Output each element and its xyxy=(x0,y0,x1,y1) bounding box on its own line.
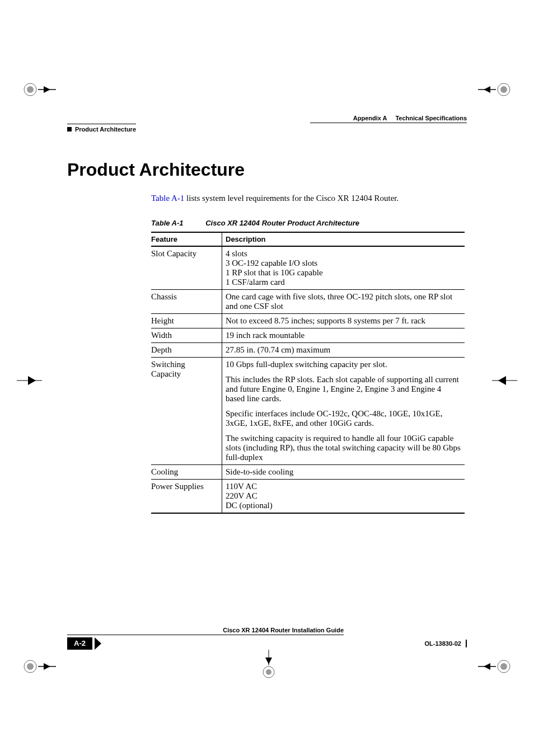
table-caption-title: Cisco XR 12404 Router Product Architectu… xyxy=(205,219,359,227)
crop-mark-icon xyxy=(478,650,512,683)
svg-marker-9 xyxy=(28,376,36,385)
svg-point-1 xyxy=(27,86,34,93)
svg-point-13 xyxy=(27,663,34,670)
crop-mark-icon xyxy=(478,73,512,106)
svg-marker-3 xyxy=(44,86,50,93)
table-row: Width19 inch rack mountable xyxy=(151,328,465,343)
cell-description: 19 inch rack mountable xyxy=(222,328,465,343)
cell-description: 10 Gbps full-duplex switching capacity p… xyxy=(222,358,465,465)
page-number-badge: A-2 xyxy=(67,637,92,650)
svg-point-21 xyxy=(266,669,271,675)
cell-feature: Cooling xyxy=(151,465,222,480)
spec-table: Feature Description Slot Capacity4 slots… xyxy=(151,232,465,514)
col-header-description: Description xyxy=(222,232,465,246)
svg-point-17 xyxy=(500,663,507,670)
cell-description: 27.85 in. (70.74 cm) maximum xyxy=(222,343,465,358)
crop-mark-icon xyxy=(489,364,523,397)
doc-id: OL-13830-02 xyxy=(425,640,461,647)
appendix-title: Technical Specifications xyxy=(395,115,467,121)
footer-guide-title: Cisco XR 12404 Router Installation Guide xyxy=(67,627,344,635)
cell-description: Not to exceed 8.75 inches; supports 8 sy… xyxy=(222,314,465,328)
crop-mark-icon xyxy=(11,364,45,397)
svg-marker-19 xyxy=(484,663,490,670)
table-row: HeightNot to exceed 8.75 inches; support… xyxy=(151,314,465,328)
cell-feature: Width xyxy=(151,328,222,343)
cell-feature: Depth xyxy=(151,343,222,358)
table-row: SwitchingCapacity10 Gbps full-duplex swi… xyxy=(151,358,465,465)
table-caption-number: Table A-1 xyxy=(151,219,184,227)
cell-feature: SwitchingCapacity xyxy=(151,358,222,465)
crop-mark-icon xyxy=(252,650,285,683)
svg-marker-23 xyxy=(265,658,272,664)
crop-mark-icon xyxy=(22,73,56,106)
running-header-right: Appendix A Technical Specifications xyxy=(310,115,467,123)
table-row: CoolingSide-to-side cooling xyxy=(151,465,465,480)
cell-description: 110V AC220V ACDC (optional) xyxy=(222,480,465,514)
cell-feature: Slot Capacity xyxy=(151,246,222,290)
table-row: Depth27.85 in. (70.74 cm) maximum xyxy=(151,343,465,358)
table-row: Slot Capacity4 slots3 OC-192 capable I/O… xyxy=(151,246,465,290)
table-xref-link[interactable]: Table A-1 xyxy=(151,194,184,203)
table-row: Power Supplies110V AC220V ACDC (optional… xyxy=(151,480,465,514)
section-marker-icon xyxy=(67,127,72,132)
intro-text-body: lists system level requirements for the … xyxy=(184,194,399,203)
running-header-left: Product Architecture xyxy=(67,124,136,133)
cell-feature: Power Supplies xyxy=(151,480,222,514)
svg-marker-15 xyxy=(44,663,50,670)
cell-feature: Height xyxy=(151,314,222,328)
appendix-label: Appendix A xyxy=(353,115,387,121)
table-caption: Table A-1 Cisco XR 12404 Router Product … xyxy=(151,219,467,227)
running-section-title: Product Architecture xyxy=(75,126,136,133)
cell-description: Side-to-side cooling xyxy=(222,465,465,480)
table-row: ChassisOne card cage with five slots, th… xyxy=(151,290,465,314)
cell-description: One card cage with five slots, three OC-… xyxy=(222,290,465,314)
cell-feature: Chassis xyxy=(151,290,222,314)
page-title: Product Architecture xyxy=(67,159,467,180)
table-header-row: Feature Description xyxy=(151,232,465,246)
intro-paragraph: Table A-1 lists system level requirement… xyxy=(151,194,467,203)
svg-point-5 xyxy=(500,86,507,93)
col-header-feature: Feature xyxy=(151,232,222,246)
svg-marker-7 xyxy=(484,86,490,93)
cell-description: 4 slots3 OC-192 capable I/O slots1 RP sl… xyxy=(222,246,465,290)
svg-marker-11 xyxy=(498,376,506,385)
crop-mark-icon xyxy=(22,650,56,683)
page-footer: Cisco XR 12404 Router Installation Guide… xyxy=(67,627,467,650)
